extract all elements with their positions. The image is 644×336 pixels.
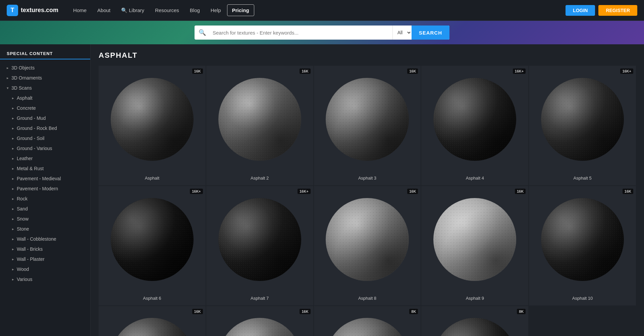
- nav-help[interactable]: Help: [206, 5, 226, 16]
- texture-card[interactable]: 16K+ Asphalt 5: [529, 66, 636, 185]
- sidebar-item-ground-various[interactable]: ▸ Ground - Various: [0, 143, 90, 153]
- sidebar-item-ground-mud[interactable]: ▸ Ground - Mud: [0, 113, 90, 123]
- texture-sphere-wrap: [421, 306, 528, 336]
- texture-name: Asphalt 6: [99, 293, 206, 305]
- logo[interactable]: T textures.com: [7, 5, 58, 16]
- sidebar-item-various[interactable]: ▸ Various: [0, 274, 90, 284]
- sidebar-label: Wall - Plaster: [17, 256, 45, 262]
- texture-sphere-wrap: [529, 186, 636, 293]
- search-icon: 🔍: [195, 29, 210, 36]
- login-button[interactable]: LOGIN: [566, 5, 595, 16]
- texture-card[interactable]: 8K Asphalt 13: [314, 306, 421, 336]
- sidebar-item-ground-rock-bed[interactable]: ▸ Ground - Rock Bed: [0, 123, 90, 133]
- sidebar-label: Stone: [17, 226, 29, 232]
- texture-badge: 16K: [300, 68, 310, 74]
- texture-name: Asphalt 7: [206, 293, 313, 305]
- sidebar: SPECIAL CONTENT ▸ 3D Objects ▸ 3D Orname…: [0, 44, 91, 336]
- chevron-right-icon: ▸: [12, 227, 14, 231]
- sidebar-item-3d-objects[interactable]: ▸ 3D Objects: [0, 63, 90, 73]
- sidebar-item-leather[interactable]: ▸ Leather: [0, 153, 90, 163]
- library-icon: 🔍: [121, 7, 127, 13]
- sidebar-label: Wall - Bricks: [17, 246, 43, 252]
- nav-library[interactable]: 🔍 Library: [116, 5, 149, 16]
- search-filter-select[interactable]: All: [392, 26, 412, 40]
- sidebar-item-pavement-modern[interactable]: ▸ Pavement - Modern: [0, 184, 90, 194]
- sidebar-label: Leather: [17, 156, 33, 161]
- texture-card[interactable]: 16K+ Asphalt 4: [421, 66, 528, 185]
- search-button[interactable]: SEARCH: [412, 26, 449, 40]
- search-input[interactable]: [210, 30, 392, 36]
- texture-sphere-wrap: [206, 66, 313, 173]
- sidebar-item-sand[interactable]: ▸ Sand: [0, 204, 90, 214]
- chevron-right-icon: ▸: [12, 136, 14, 141]
- chevron-right-icon: ▸: [12, 106, 14, 110]
- sidebar-label: Concrete: [17, 105, 36, 111]
- texture-sphere-wrap: [99, 186, 206, 293]
- sidebar-item-concrete[interactable]: ▸ Concrete: [0, 103, 90, 113]
- texture-name: Asphalt 2: [206, 173, 313, 185]
- chevron-right-icon: ▸: [12, 237, 14, 241]
- texture-name: Asphalt 4: [421, 173, 528, 185]
- nav-home[interactable]: Home: [68, 5, 91, 16]
- chevron-right-icon: ▸: [12, 217, 14, 221]
- texture-sphere: [218, 198, 301, 281]
- texture-card[interactable]: 16K Asphalt: [99, 66, 206, 185]
- main-layout: SPECIAL CONTENT ▸ 3D Objects ▸ 3D Orname…: [0, 44, 644, 336]
- chevron-right-icon: ▸: [7, 76, 9, 80]
- texture-card[interactable]: 16K Asphalt 10: [529, 186, 636, 305]
- texture-sphere: [433, 198, 516, 281]
- sidebar-item-3d-ornaments[interactable]: ▸ 3D Ornaments: [0, 73, 90, 83]
- sidebar-item-metal-rust[interactable]: ▸ Metal & Rust: [0, 163, 90, 174]
- sidebar-label: Wall - Cobblestone: [17, 236, 56, 242]
- chevron-right-icon: ▸: [12, 247, 14, 251]
- texture-name: Asphalt 9: [421, 293, 528, 305]
- sidebar-item-3d-scans[interactable]: ▾ 3D Scans: [0, 83, 90, 93]
- texture-sphere-wrap: [314, 66, 421, 173]
- texture-card[interactable]: 16K Asphalt 3: [314, 66, 421, 185]
- chevron-right-icon: ▸: [12, 146, 14, 151]
- texture-badge: 16K+: [513, 68, 526, 74]
- sidebar-label: Wood: [17, 267, 29, 272]
- texture-name: Asphalt 3: [314, 173, 421, 185]
- texture-badge: 16K: [407, 189, 418, 194]
- sidebar-item-wall-plaster[interactable]: ▸ Wall - Plaster: [0, 254, 90, 264]
- texture-sphere-wrap: [314, 306, 421, 336]
- texture-card[interactable]: 16K Asphalt 12: [206, 306, 313, 336]
- texture-card[interactable]: 8K Asphalt 14: [421, 306, 528, 336]
- chevron-right-icon: ▸: [12, 207, 14, 211]
- sidebar-item-rock[interactable]: ▸ Rock: [0, 194, 90, 204]
- chevron-right-icon: ▸: [12, 156, 14, 161]
- texture-sphere-wrap: [206, 186, 313, 293]
- texture-sphere-wrap: [99, 66, 206, 173]
- sidebar-item-stone[interactable]: ▸ Stone: [0, 224, 90, 234]
- sidebar-item-wall-bricks[interactable]: ▸ Wall - Bricks: [0, 244, 90, 254]
- nav-resources[interactable]: Resources: [150, 5, 184, 16]
- texture-card[interactable]: 16K Asphalt 8: [314, 186, 421, 305]
- nav-about[interactable]: About: [93, 5, 115, 16]
- texture-card[interactable]: 16K Asphalt 2: [206, 66, 313, 185]
- sidebar-item-pavement-medieval[interactable]: ▸ Pavement - Medieval: [0, 174, 90, 184]
- chevron-right-icon: ▸: [12, 96, 14, 100]
- texture-sphere: [111, 318, 194, 336]
- sidebar-item-ground-soil[interactable]: ▸ Ground - Soil: [0, 133, 90, 143]
- texture-card[interactable]: 16K Asphalt 11: [99, 306, 206, 336]
- sidebar-item-wall-cobblestone[interactable]: ▸ Wall - Cobblestone: [0, 234, 90, 244]
- texture-name: Asphalt: [99, 173, 206, 185]
- sidebar-item-wood[interactable]: ▸ Wood: [0, 264, 90, 274]
- texture-badge: 16K: [515, 189, 526, 194]
- sidebar-item-asphalt[interactable]: ▸ Asphalt: [0, 93, 90, 103]
- texture-sphere-wrap: [99, 306, 206, 336]
- sidebar-label: Rock: [17, 196, 28, 201]
- nav-pricing[interactable]: Pricing: [227, 4, 254, 16]
- register-button[interactable]: REGISTER: [598, 5, 637, 16]
- texture-card[interactable]: 16K+ Asphalt 7: [206, 186, 313, 305]
- sidebar-label: Asphalt: [17, 95, 33, 101]
- sidebar-label: Ground - Rock Bed: [17, 126, 57, 131]
- nav-blog[interactable]: Blog: [185, 5, 205, 16]
- texture-card[interactable]: 16K+ Asphalt 6: [99, 186, 206, 305]
- texture-card[interactable]: 16K Asphalt 9: [421, 186, 528, 305]
- nav-actions: LOGIN REGISTER: [566, 5, 637, 16]
- sidebar-item-snow[interactable]: ▸ Snow: [0, 214, 90, 224]
- chevron-right-icon: ▸: [12, 197, 14, 201]
- texture-sphere-wrap: [529, 66, 636, 173]
